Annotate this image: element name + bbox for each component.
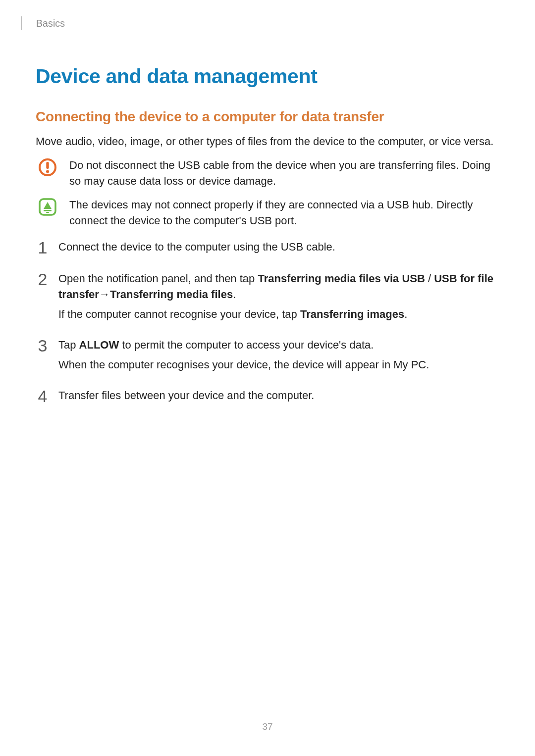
step-paragraph: Transfer files between your device and t… xyxy=(58,388,499,403)
step-body: Open the notification panel, and then ta… xyxy=(58,271,499,322)
svg-rect-5 xyxy=(46,212,49,213)
step-number: 2 xyxy=(36,271,50,288)
warning-exclaim-icon xyxy=(36,157,59,181)
text-run: Transfer files between your device and t… xyxy=(58,389,314,402)
page-header: Basics xyxy=(21,16,499,30)
document-page: Basics Device and data management Connec… xyxy=(0,0,535,756)
callout-warning-text: Do not disconnect the USB cable from the… xyxy=(69,157,499,189)
step-number: 4 xyxy=(36,388,50,404)
step-paragraph: Open the notification panel, and then ta… xyxy=(58,271,499,302)
bold-run: Transferring media files via USB xyxy=(258,272,425,285)
step-number: 1 xyxy=(36,239,50,256)
step-paragraph: Tap ALLOW to permit the computer to acce… xyxy=(58,337,499,353)
bold-run: ALLOW xyxy=(79,339,119,351)
page-subtitle: Connecting the device to a computer for … xyxy=(36,109,499,125)
callout-warning: Do not disconnect the USB cable from the… xyxy=(36,157,499,189)
text-run: Connect the device to the computer using… xyxy=(58,241,335,253)
text-run: Open the notification panel, and then ta… xyxy=(58,272,258,285)
step-paragraph: If the computer cannot recognise your de… xyxy=(58,306,499,322)
step: 2Open the notification panel, and then t… xyxy=(36,271,499,322)
note-bell-icon xyxy=(36,197,59,221)
text-run: Tap xyxy=(58,339,79,351)
step-body: Tap ALLOW to permit the computer to acce… xyxy=(58,337,499,373)
text-run: If the computer cannot recognise your de… xyxy=(58,308,300,320)
arrow-run: → xyxy=(99,287,110,302)
section-label: Basics xyxy=(36,18,65,29)
step-body: Transfer files between your device and t… xyxy=(58,388,499,403)
step: 3Tap ALLOW to permit the computer to acc… xyxy=(36,337,499,373)
text-run: / xyxy=(425,272,434,285)
page-title: Device and data management xyxy=(36,65,499,88)
svg-rect-1 xyxy=(46,162,49,169)
bold-run: Transferring images xyxy=(300,308,404,320)
intro-paragraph: Move audio, video, image, or other types… xyxy=(36,134,499,150)
step-body: Connect the device to the computer using… xyxy=(58,239,499,255)
step-list: 1Connect the device to the computer usin… xyxy=(36,239,499,404)
text-run: to permit the computer to access your de… xyxy=(119,339,374,351)
step-paragraph: Connect the device to the computer using… xyxy=(58,239,499,255)
text-run: . xyxy=(404,308,407,320)
callout-note: The devices may not connect properly if … xyxy=(36,197,499,229)
svg-point-2 xyxy=(46,170,49,173)
step: 4Transfer files between your device and … xyxy=(36,388,499,404)
text-run: When the computer recognises your device… xyxy=(58,358,429,371)
page-number: 37 xyxy=(0,721,535,732)
svg-rect-4 xyxy=(44,210,52,211)
bold-run: Transferring media files xyxy=(110,288,233,301)
step-paragraph: When the computer recognises your device… xyxy=(58,357,499,373)
step-number: 3 xyxy=(36,337,50,354)
callout-note-text: The devices may not connect properly if … xyxy=(69,197,499,229)
text-run: . xyxy=(233,288,236,301)
step: 1Connect the device to the computer usin… xyxy=(36,239,499,256)
